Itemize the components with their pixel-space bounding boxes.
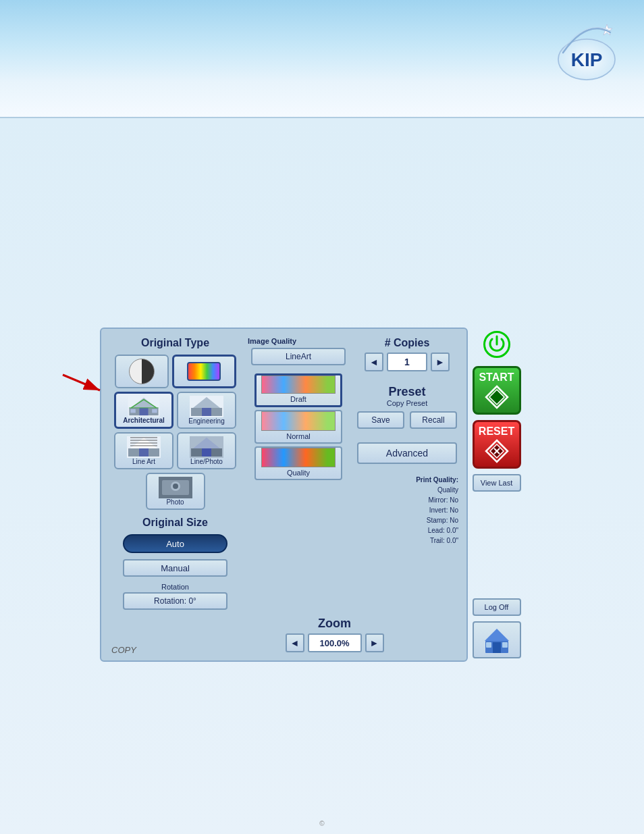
main-content: Original Type (0, 118, 644, 834)
right-sidebar: START RESET View Last (468, 328, 525, 662)
stamp-line: Stamp: No (356, 515, 458, 525)
start-label: START (479, 371, 514, 384)
normal-preview (261, 411, 336, 431)
print-quality-label: Print Quality: (416, 476, 458, 484)
ui-panel: Original Type (100, 328, 626, 662)
type-btn-engineering[interactable]: Engineering (177, 392, 236, 429)
copyright: © (319, 820, 324, 827)
reset-label: RESET (479, 425, 514, 438)
arrow-annotation (59, 365, 107, 398)
engineering-label: Engineering (188, 417, 224, 425)
normal-label: Normal (286, 432, 310, 440)
svg-line-5 (63, 375, 100, 390)
home-btn[interactable] (473, 621, 521, 658)
reset-icon (485, 439, 509, 463)
iq-lineart-btn[interactable]: LineArt (251, 348, 346, 365)
type-btn-architectural[interactable]: Architectural (114, 392, 173, 429)
original-type-section: Original Type (109, 337, 241, 610)
print-info: Print Quality: Quality Mirror: No Invert… (356, 475, 458, 546)
lineart-label: Line Art (132, 458, 155, 465)
copies-decrement-btn[interactable]: ◄ (365, 353, 383, 371)
svg-rect-22 (139, 448, 149, 457)
auto-btn[interactable]: Auto (123, 534, 227, 553)
type-btn-photo[interactable]: Photo (146, 473, 205, 510)
image-quality-title: Image Quality (248, 337, 349, 345)
start-btn[interactable]: START (473, 366, 521, 415)
photo-icon (159, 477, 192, 498)
preset-save-btn[interactable]: Save (357, 411, 404, 429)
copies-section: # Copies ◄ 1 ► (356, 337, 458, 371)
architectural-label: Architectural (123, 417, 165, 424)
original-size-section: Original Size Auto Manual Rotation Rotat… (109, 517, 241, 610)
svg-rect-11 (152, 409, 157, 413)
mirror-line: Mirror: No (356, 495, 458, 505)
power-indicator (483, 331, 510, 358)
svg-rect-43 (493, 642, 501, 653)
lineart-icon (127, 436, 161, 458)
right-section: # Copies ◄ 1 ► Preset Copy Preset Save (356, 337, 458, 610)
trail-line: Trail: 0.0" (356, 536, 458, 546)
preset-subtitle: Copy Preset (387, 399, 428, 407)
copies-value: 1 (387, 353, 427, 371)
copies-increment-btn[interactable]: ► (431, 353, 450, 371)
copy-label: COPY (111, 645, 136, 655)
rotation-label: Rotation (109, 583, 241, 591)
zoom-title: Zoom (318, 617, 351, 631)
color-icon (187, 362, 221, 381)
log-off-btn[interactable]: Log Off (473, 598, 521, 616)
svg-point-34 (173, 484, 178, 489)
start-icon (485, 385, 509, 409)
kip-logo: KIP (549, 12, 624, 86)
reset-btn[interactable]: RESET (473, 420, 521, 469)
svg-rect-44 (486, 642, 491, 648)
preset-title: Preset (388, 385, 425, 399)
rotation-btn[interactable]: Rotation: 0° (123, 592, 227, 610)
type-btn-grayscale[interactable] (115, 355, 169, 388)
quality-label: Quality (287, 469, 310, 477)
architectural-icon (127, 396, 161, 417)
power-icon (487, 334, 507, 355)
advanced-btn[interactable]: Advanced (357, 442, 457, 464)
svg-text:KIP: KIP (571, 49, 603, 70)
zoom-decrement-btn[interactable]: ◄ (286, 633, 304, 652)
image-quality-section: Image Quality LineArt Draft Normal (248, 337, 349, 610)
invert-line: Invert: No (356, 505, 458, 515)
form-area: Original Type (100, 328, 468, 662)
zoom-value: 100.0% (308, 633, 362, 652)
draft-preview (261, 375, 336, 394)
zoom-stepper: ◄ 100.0% ► (286, 633, 384, 652)
type-btn-linephoto[interactable]: Line/Photo (177, 432, 236, 469)
type-btn-lineart[interactable]: Line Art (114, 432, 173, 469)
print-quality-line: Print Quality: Quality (356, 475, 458, 495)
view-last-btn[interactable]: View Last (473, 474, 521, 492)
svg-rect-18 (202, 408, 211, 416)
original-size-title: Original Size (109, 517, 241, 529)
header: KIP (0, 0, 644, 118)
copies-stepper: ◄ 1 ► (365, 353, 450, 371)
type-btn-color[interactable] (172, 355, 236, 388)
original-type-title: Original Type (109, 337, 241, 349)
iq-draft-btn[interactable]: Draft (254, 373, 342, 407)
svg-rect-10 (130, 409, 136, 413)
zoom-increment-btn[interactable]: ► (365, 633, 384, 652)
svg-marker-42 (485, 629, 509, 641)
quality-preview (261, 448, 336, 467)
preset-recall-btn[interactable]: Recall (410, 411, 457, 429)
zoom-section: Zoom ◄ 100.0% ► (286, 617, 384, 652)
grayscale-icon (129, 359, 155, 384)
iq-quality-btn[interactable]: Quality (254, 446, 342, 480)
engineering-icon (190, 396, 223, 417)
svg-rect-9 (139, 408, 148, 415)
home-icon (482, 627, 512, 653)
photo-label: Photo (166, 498, 184, 506)
preset-section: Preset Copy Preset Save Recall (356, 385, 458, 429)
linephoto-icon (190, 436, 223, 458)
draft-label: Draft (290, 395, 306, 403)
iq-normal-btn[interactable]: Normal (254, 410, 342, 444)
manual-btn[interactable]: Manual (123, 559, 227, 577)
lead-line: Lead: 0.0" (356, 525, 458, 536)
svg-rect-45 (502, 642, 508, 648)
preset-buttons: Save Recall (357, 411, 457, 429)
linephoto-label: Line/Photo (190, 458, 223, 465)
copies-title: # Copies (385, 337, 430, 349)
